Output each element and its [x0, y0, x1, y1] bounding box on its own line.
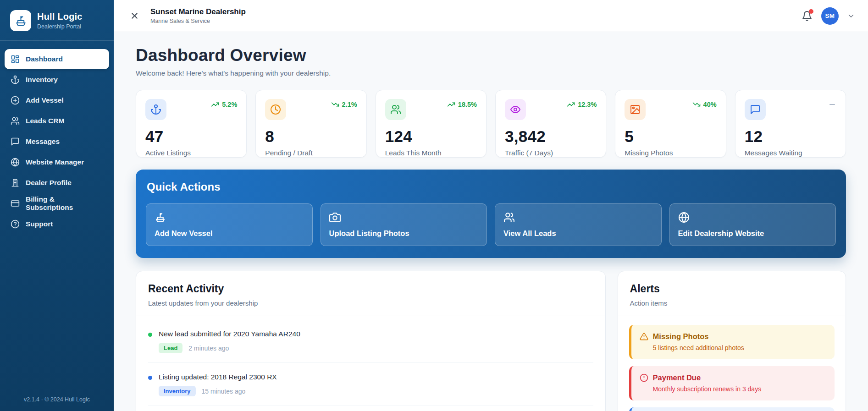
- users-icon: [11, 116, 20, 126]
- activity-dot: [148, 376, 152, 380]
- alert-payment-due[interactable]: Payment Due Monthly subscription renews …: [629, 366, 835, 400]
- activity-text: Listing updated: 2018 Regal 2300 RX: [159, 373, 277, 381]
- anchor-icon: [145, 99, 166, 120]
- users-icon: [385, 99, 406, 120]
- sidebar-item-website-manager[interactable]: Website Manager: [5, 152, 109, 172]
- brand: Hull Logic Dealership Portal: [0, 0, 114, 40]
- users-icon: [503, 212, 515, 223]
- dealership-subtitle: Marine Sales & Service: [150, 18, 246, 24]
- plus-circle-icon: [11, 96, 20, 105]
- sidebar-item-label: Add Vessel: [26, 96, 64, 104]
- stat-value: 47: [145, 127, 237, 146]
- page-title: Dashboard Overview: [136, 46, 846, 65]
- sidebar-item-messages[interactable]: Messages: [5, 132, 109, 152]
- sidebar-item-add-vessel[interactable]: Add Vessel: [5, 90, 109, 110]
- sidebar-divider: [0, 40, 114, 41]
- trend-indicator: 12.3%: [567, 100, 597, 109]
- activity-item-website[interactable]: Website banner changed Website 1 hour ag…: [148, 406, 593, 411]
- right-column: Sunset Marine Dealership Marine Sales & …: [114, 0, 868, 411]
- sidebar-item-label: Support: [26, 220, 53, 228]
- close-sidebar-button[interactable]: [127, 8, 142, 24]
- activity-text: New lead submitted for 2020 Yamaha AR240: [159, 330, 300, 338]
- trending-up-icon: [567, 100, 575, 109]
- recent-activity-subtitle: Latest updates from your dealership: [148, 299, 593, 307]
- sidebar-item-label: Messages: [26, 137, 60, 146]
- anchor-icon: [11, 75, 20, 84]
- sidebar-item-label: Inventory: [26, 76, 58, 84]
- sidebar-item-label: Leads CRM: [26, 117, 64, 125]
- dashboard-grid-icon: [11, 55, 20, 64]
- stat-card-traffic[interactable]: 12.3% 3,842 Traffic (7 Days): [495, 90, 606, 158]
- chat-icon: [745, 99, 766, 120]
- alert-incomplete-profile[interactable]: Incomplete Profile Complete your dealer …: [629, 407, 835, 411]
- trend-indicator: [828, 100, 836, 109]
- activity-time: 2 minutes ago: [188, 345, 229, 352]
- trending-down-icon: [692, 100, 701, 109]
- sidebar-item-dealer-profile[interactable]: Dealer Profile: [5, 173, 109, 193]
- activity-item-lead[interactable]: New lead submitted for 2020 Yamaha AR240…: [148, 320, 593, 363]
- activity-badge: Lead: [159, 343, 182, 353]
- notification-dot: [809, 9, 813, 14]
- alert-missing-photos[interactable]: Missing Photos 5 listings need additiona…: [629, 325, 835, 359]
- activity-item-inventory[interactable]: Listing updated: 2018 Regal 2300 RX Inve…: [148, 363, 593, 406]
- close-icon: [130, 11, 139, 21]
- activity-badge: Inventory: [159, 386, 196, 396]
- stat-value: 5: [625, 127, 716, 146]
- dealership-heading: Sunset Marine Dealership Marine Sales & …: [150, 7, 246, 24]
- version-footer: v2.1.4 · © 2024 Hull Logic: [0, 389, 114, 411]
- alert-circle-icon: [640, 373, 648, 382]
- trend-indicator: 5.2%: [211, 100, 237, 109]
- stat-value: 12: [745, 127, 836, 146]
- sidebar-item-leads-crm[interactable]: Leads CRM: [5, 111, 109, 131]
- stat-card-pending-draft[interactable]: 2.1% 8 Pending / Draft: [255, 90, 366, 158]
- account-menu-button[interactable]: [847, 12, 855, 20]
- sidebar-item-dashboard[interactable]: Dashboard: [5, 49, 109, 69]
- recent-activity-panel: Recent Activity Latest updates from your…: [136, 271, 606, 411]
- activity-dot: [148, 333, 152, 337]
- camera-icon: [329, 212, 341, 223]
- alert-description: 5 listings need additional photos: [653, 344, 826, 351]
- trending-up-icon: [211, 100, 219, 109]
- quick-actions-title: Quick Actions: [146, 181, 836, 193]
- stat-card-leads-this-month[interactable]: 18.5% 124 Leads This Month: [376, 90, 487, 158]
- activity-time: 15 minutes ago: [202, 388, 246, 395]
- quick-actions-panel: Quick Actions Add New Vessel Upload List…: [136, 170, 846, 258]
- alerts-subtitle: Action items: [630, 299, 834, 307]
- stat-card-missing-photos[interactable]: 40% 5 Missing Photos: [615, 90, 726, 158]
- chat-icon: [11, 137, 20, 146]
- chevron-down-icon: [847, 12, 855, 20]
- upload-listing-photos-button[interactable]: Upload Listing Photos: [321, 203, 487, 246]
- sidebar-item-label: Website Manager: [26, 158, 84, 166]
- stat-value: 3,842: [505, 127, 597, 146]
- dealership-title: Sunset Marine Dealership: [150, 7, 246, 16]
- credit-card-icon: [11, 199, 20, 208]
- edit-dealership-website-button[interactable]: Edit Dealership Website: [669, 203, 836, 246]
- recent-activity-title: Recent Activity: [148, 283, 593, 295]
- alerts-panel: Alerts Action items Missing Photos 5 lis…: [618, 271, 846, 411]
- view-all-leads-button[interactable]: View All Leads: [495, 203, 662, 246]
- stats-row: 5.2% 47 Active Listings 2.1% 8 Pending /…: [136, 90, 846, 158]
- avatar[interactable]: SM: [821, 7, 839, 25]
- sidebar-item-inventory[interactable]: Inventory: [5, 70, 109, 90]
- stat-label: Traffic (7 Days): [505, 149, 597, 157]
- minus-icon: [828, 100, 836, 109]
- brand-name: Hull Logic: [37, 11, 83, 22]
- alerts-list: Missing Photos 5 listings need additiona…: [618, 316, 846, 411]
- top-bar: Sunset Marine Dealership Marine Sales & …: [114, 0, 868, 32]
- alert-title: Payment Due: [653, 373, 701, 382]
- add-new-vessel-button[interactable]: Add New Vessel: [146, 203, 313, 246]
- stat-card-active-listings[interactable]: 5.2% 47 Active Listings: [136, 90, 247, 158]
- alerts-title: Alerts: [630, 283, 834, 295]
- brand-logo: [10, 10, 31, 31]
- image-icon: [625, 99, 646, 120]
- sidebar-item-billing[interactable]: Billing & Subscriptions: [5, 193, 109, 214]
- stat-card-messages-waiting[interactable]: 12 Messages Waiting: [735, 90, 846, 158]
- trend-indicator: 40%: [692, 100, 717, 109]
- main-content: Dashboard Overview Welcome back! Here's …: [114, 32, 868, 411]
- stat-value: 124: [385, 127, 477, 146]
- sidebar-item-support[interactable]: Support: [5, 214, 109, 234]
- sidebar-nav: Dashboard Inventory Add Vessel Leads CRM…: [0, 47, 114, 389]
- boat-icon: [155, 212, 166, 223]
- globe-icon: [678, 212, 690, 223]
- notifications-button[interactable]: [801, 10, 813, 22]
